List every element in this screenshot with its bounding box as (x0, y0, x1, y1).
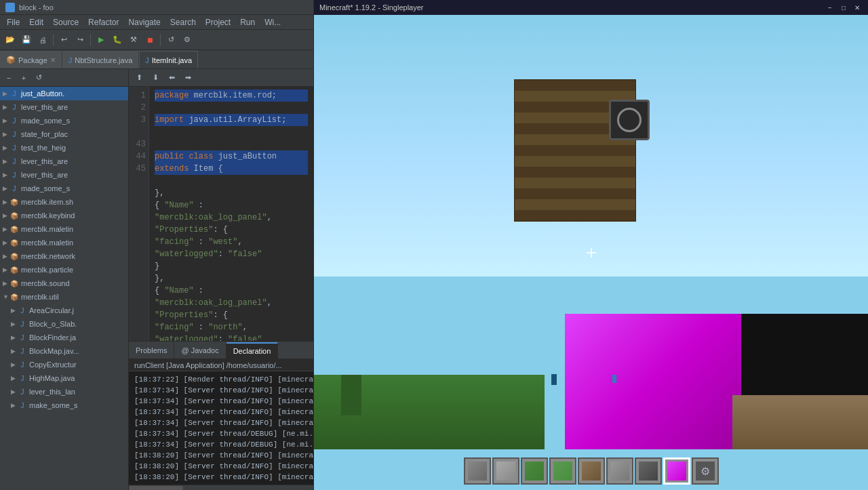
package-icon: 📦 (9, 292, 19, 302)
nav-left-btn[interactable]: ⬅ (164, 70, 179, 85)
editor-tabs: 📦 Package ✕ J NbtStructure.java J ItemIn… (0, 50, 313, 69)
btab-javadoc[interactable]: @ Javadoc (174, 342, 226, 359)
tab-package-close[interactable]: ✕ (50, 56, 56, 64)
nav-down-btn[interactable]: ⬇ (148, 70, 163, 85)
console-line: [18:38:20] [Server thread/INFO] [minecra… (134, 472, 308, 483)
tree-item-mercblk-util[interactable]: ▼ 📦 mercblk.util (0, 290, 128, 304)
mc-minimize-btn[interactable]: − (825, 3, 835, 12)
menu-navigate[interactable]: Navigate (124, 16, 164, 28)
debug-btn[interactable]: 🐛 (110, 33, 125, 47)
console-header: runClient [Java Application] /home/usuar… (129, 359, 313, 371)
open-btn[interactable]: 📂 (3, 33, 18, 47)
tree-item-blockoslab[interactable]: ▶ J Block_o_Slab. (0, 317, 128, 331)
mc-slot-6[interactable] (606, 457, 633, 485)
tree-item-label: state_for_plac (21, 130, 68, 138)
mc-slot-1[interactable] (464, 457, 491, 485)
tree-item-label: lever_this_lan (29, 388, 75, 396)
tree-item-lever1[interactable]: ▶ J lever_this_are (0, 100, 128, 114)
undo-btn[interactable]: ↩ (56, 33, 71, 47)
tree-arrow: ▶ (3, 280, 9, 287)
tree-item-madesome1[interactable]: ▶ J made_some_s (0, 114, 128, 127)
tree-item-madesome2[interactable]: ▶ J made_some_s (0, 182, 128, 195)
tree-arrow: ▶ (3, 266, 9, 273)
tree-item-lever3[interactable]: ▶ J lever_this_are (0, 168, 128, 182)
console-output[interactable]: [18:37:22] [Render thread/INFO] [minecra… (129, 371, 313, 485)
tree-refresh-btn[interactable]: ↺ (33, 72, 45, 84)
mc-close-btn[interactable]: ✕ (852, 3, 863, 12)
tree-item-mercblk-itemsh[interactable]: ▶ 📦 mercblk.item.sh (0, 195, 128, 209)
menu-refactor[interactable]: Refactor (84, 16, 123, 28)
tree-item-mercblk-network[interactable]: ▶ 📦 mercblk.network (0, 249, 128, 263)
redo-btn[interactable]: ↪ (73, 33, 87, 47)
btab-declaration[interactable]: Declaration (226, 342, 279, 359)
reload-btn[interactable]: ↺ (163, 33, 178, 47)
tree-item-mercblk-particle[interactable]: ▶ 📦 mercblk.particle (0, 263, 128, 277)
mc-slot-3[interactable] (521, 457, 548, 485)
settings-btn[interactable]: ⚙ (180, 33, 195, 47)
file-tree: − + ↺ ▶ J just_aButton. ▶ J lever_this_a… (0, 69, 129, 490)
editor-secondary-toolbar: ⬆ ⬇ ⬅ ➡ (129, 69, 313, 87)
java-icon: J (18, 306, 27, 315)
mc-game-area[interactable]: ⚙ (314, 15, 868, 490)
save-btn[interactable]: 💾 (19, 33, 34, 47)
mc-title-bar: Minecraft* 1.19.2 - Singleplayer − □ ✕ (314, 0, 868, 15)
code-editor[interactable]: 1 2 3 43 44 45 package mercblk.item.rod;… (129, 87, 313, 341)
tab-package[interactable]: 📦 Package ✕ (0, 51, 62, 68)
tree-item-label: lever_this_are (21, 157, 68, 165)
mc-slot-7[interactable] (635, 457, 662, 485)
console-line: [18:37:34] [Server thread/DEBUG] [ne.mi.… (134, 439, 308, 450)
tree-item-mercblk-keybind[interactable]: ▶ 📦 mercblk.keybind (0, 209, 128, 222)
tree-item-highmap[interactable]: ▶ J HighMap.java (0, 371, 128, 385)
mc-slot-item: ⚙ (696, 462, 715, 481)
tree-arrow: ▶ (3, 239, 9, 246)
tree-item-mercblk-maletin1[interactable]: ▶ 📦 mercblk.maletin (0, 222, 128, 236)
tree-item-copyextructur[interactable]: ▶ J CopyExtructur (0, 358, 128, 371)
tree-item-areacircular[interactable]: ▶ J AreaCircular.j (0, 304, 128, 317)
toolbar: 📂 💾 🖨 ↩ ↪ ▶ 🐛 ⚒ ⏹ ↺ ⚙ (0, 30, 313, 50)
tree-item-blockfinder[interactable]: ▶ J BlockFinder.ja (0, 331, 128, 344)
tree-arrow: ▶ (11, 402, 18, 409)
tab-iteminit[interactable]: J ItemInit.java (139, 51, 198, 68)
menu-project[interactable]: Project (201, 16, 235, 28)
menu-search[interactable]: Search (166, 16, 200, 28)
code-content[interactable]: package mercblk.item.rod; import java.ut… (149, 87, 313, 341)
btab-problems[interactable]: Problems (129, 342, 174, 359)
menu-edit[interactable]: Edit (25, 16, 47, 28)
java-icon: J (9, 143, 19, 152)
mc-maximize-btn[interactable]: □ (838, 3, 849, 12)
print-btn[interactable]: 🖨 (35, 33, 50, 47)
menu-run[interactable]: Run (236, 16, 259, 28)
mc-slot-item (553, 462, 572, 481)
nav-right-btn[interactable]: ➡ (180, 70, 195, 85)
scroll-thumb[interactable] (129, 486, 183, 490)
tree-collapse-btn[interactable]: − (3, 72, 15, 84)
tree-item-state[interactable]: ▶ J state_for_plac (0, 127, 128, 141)
bottom-scrollbar[interactable] (129, 485, 313, 490)
mc-slot-8-selected[interactable] (663, 457, 690, 485)
tree-item-test[interactable]: ▶ J test_the_heig (0, 141, 128, 155)
tree-item-mercblk-sound[interactable]: ▶ 📦 mercblk.sound (0, 277, 128, 290)
menu-file[interactable]: File (3, 16, 24, 28)
tree-item-label: test_the_heig (21, 144, 66, 152)
mc-slot-9[interactable]: ⚙ (692, 457, 719, 485)
mc-slot-2[interactable] (492, 457, 519, 485)
tree-expand-btn[interactable]: + (18, 72, 30, 84)
sep2 (90, 34, 91, 46)
mc-slot-5[interactable] (578, 457, 605, 485)
mc-slot-4[interactable] (549, 457, 576, 485)
nav-up-btn[interactable]: ⬆ (132, 70, 146, 85)
tree-item-leverthistlan[interactable]: ▶ J lever_this_lan (0, 385, 128, 399)
tree-item-mercblk-maletin2[interactable]: ▶ 📦 mercblk.maletin (0, 236, 128, 249)
run-btn[interactable]: ▶ (94, 33, 108, 47)
build-btn[interactable]: ⚒ (126, 33, 141, 47)
tree-arrow: ▶ (11, 361, 18, 368)
tree-item-makesomes[interactable]: ▶ J make_some_s (0, 399, 128, 412)
tree-item-lever2[interactable]: ▶ J lever_this_are (0, 155, 128, 168)
tree-arrow: ▶ (3, 199, 9, 205)
menu-wi[interactable]: Wi... (260, 16, 285, 28)
tree-item-justabutton[interactable]: ▶ J just_aButton. (0, 87, 128, 100)
stop-btn[interactable]: ⏹ (142, 33, 157, 47)
tree-item-blockmap[interactable]: ▶ J BlockMap.jav... (0, 344, 128, 358)
menu-source[interactable]: Source (49, 16, 83, 28)
tab-nbtstructure[interactable]: J NbtStructure.java (62, 51, 138, 68)
